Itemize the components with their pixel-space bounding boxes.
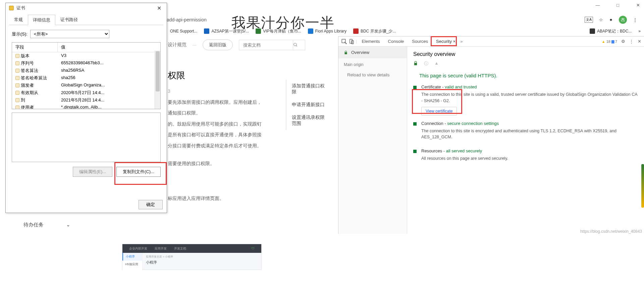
info-icon: ⓘ xyxy=(424,61,428,67)
show-label: 显示(S): xyxy=(12,31,28,37)
bookmark-item[interactable]: BDC 开发步骤_少... xyxy=(353,28,396,34)
field-row[interactable]: 有效期从2020年5月27日 14:4... xyxy=(12,89,160,96)
conn-desc: The connection to this site is encrypted… xyxy=(421,128,638,141)
toc-item[interactable]: 申请开通新接口 xyxy=(286,98,333,111)
security-overview-item[interactable]: Overview xyxy=(338,47,407,58)
bookmark-item[interactable]: ONE Support... xyxy=(170,29,197,33)
edit-properties-button: 编辑属性(E)... xyxy=(73,167,112,177)
window-maximize[interactable]: □ xyxy=(614,3,621,8)
secure-status: This page is secure (valid HTTPS). xyxy=(413,73,638,78)
extension-icon[interactable]: ✦ xyxy=(609,17,613,22)
field-row[interactable]: 到2021年5月28日 14:4... xyxy=(12,96,160,104)
certificate-icon xyxy=(9,6,14,10)
para: 分接口需要付费或满足特定条件后才可使用。 xyxy=(168,141,268,150)
tab-elements[interactable]: Elements xyxy=(358,37,383,46)
field-icon xyxy=(15,76,19,80)
scrollbar[interactable] xyxy=(155,51,160,109)
lock-icon xyxy=(344,50,348,55)
doc-search-input[interactable] xyxy=(239,40,293,50)
tab-more[interactable]: ··· xyxy=(193,42,197,48)
footer-url: https://blog.csdn.net/weixin_40843 xyxy=(580,229,642,234)
dialog-close-button[interactable]: ✕ xyxy=(155,5,163,11)
profile-avatar[interactable]: 杰 xyxy=(619,16,627,24)
address-path: add-api-permission xyxy=(167,17,207,22)
fields-table: 字段 值 版本V3序列号6552833980467bb3...签名算法sha25… xyxy=(12,42,161,109)
field-icon xyxy=(15,54,19,58)
para: 通知接口权限。 xyxy=(168,109,268,118)
toc: 添加普通接口权限 申请开通新接口 设置通讯录权限范围 xyxy=(286,80,333,130)
search-button[interactable] xyxy=(293,40,305,50)
window-minimize[interactable]: — xyxy=(594,3,601,8)
dialog-title: 证书 xyxy=(16,5,25,11)
tab-security[interactable]: Security × xyxy=(433,37,459,46)
watermark-text: 我果汁分你一半 xyxy=(231,13,335,32)
status-square-icon xyxy=(413,86,417,89)
annotation-box xyxy=(114,162,167,185)
star-icon[interactable]: ☆ xyxy=(599,17,603,22)
translate-icon[interactable]: 文A xyxy=(585,17,593,23)
kebab-icon[interactable]: ⋮ xyxy=(633,17,637,22)
devtools-panel: | Elements Console Sources Security × » … xyxy=(338,36,644,234)
status-square-icon xyxy=(413,150,417,153)
tab-spec[interactable]: 设计规范 xyxy=(168,42,186,48)
reload-item[interactable]: Reload to view details xyxy=(338,69,407,81)
field-row[interactable]: 版本V3 xyxy=(12,52,160,60)
field-icon xyxy=(15,91,19,95)
bookmarks-overflow-icon[interactable]: » xyxy=(638,29,641,33)
toc-item[interactable]: 添加普通接口权限 xyxy=(286,80,333,98)
svg-rect-3 xyxy=(350,39,353,43)
field-row[interactable]: 使用者*.dingtalk.com, Alib... xyxy=(12,104,160,109)
field-icon xyxy=(15,69,19,73)
col-value[interactable]: 值 xyxy=(58,43,160,52)
close-icon[interactable]: ✕ xyxy=(638,39,641,44)
warning-icon: ▲ xyxy=(434,61,439,67)
warnings-badge[interactable]: ▲18 ▆7 xyxy=(602,39,617,44)
tab-close-icon[interactable]: × xyxy=(453,39,456,44)
field-icon xyxy=(15,61,19,65)
svg-point-0 xyxy=(293,43,296,46)
back-old-button[interactable]: 返回旧版 xyxy=(203,40,233,50)
toc-item[interactable]: 设置通讯录权限范围 xyxy=(286,111,333,130)
res-desc: All resources on this page are served se… xyxy=(421,155,638,162)
annotation-box xyxy=(412,89,462,114)
device-icon[interactable] xyxy=(348,39,355,45)
lock-icon xyxy=(413,61,418,67)
para: 要先添加所需接口的调用权限。应用创建后， xyxy=(168,98,268,107)
field-icon xyxy=(15,83,19,87)
gear-icon[interactable]: ⚙ xyxy=(621,39,625,44)
tabs-overflow-icon[interactable]: » xyxy=(460,39,463,44)
bookmark-item[interactable]: ABAP笔记：BDC... xyxy=(590,28,632,34)
security-overview-title: Security overview xyxy=(413,51,638,57)
inspect-icon[interactable] xyxy=(341,39,347,45)
col-field[interactable]: 字段 xyxy=(12,43,58,52)
value-detail-box xyxy=(12,113,161,162)
field-icon xyxy=(15,98,19,102)
embedded-screenshot: 企业内部开发应用开发开发文档 🛡 小程序 H5微应用 应用开发主页 > 小程序 … xyxy=(122,244,262,270)
show-filter-select[interactable]: <所有> xyxy=(30,30,109,38)
page-sub: 3 xyxy=(168,87,268,96)
chevron-down-icon: ⌄ xyxy=(66,222,70,228)
tab-details[interactable]: 详细信息 xyxy=(28,15,55,25)
field-row[interactable]: 签名算法sha256RSA xyxy=(12,67,160,74)
page-heading: 权限 xyxy=(168,70,268,81)
window-close[interactable]: ✕ xyxy=(635,3,641,8)
para: 是所有接口都可以直接开通使用，具体参照接 xyxy=(168,130,268,139)
search-icon xyxy=(293,43,298,47)
sidebar-task[interactable]: 待办任务 ⌄ xyxy=(7,217,87,233)
tab-sources[interactable]: Sources xyxy=(409,37,431,46)
field-row[interactable]: 序列号6552833980467bb3... xyxy=(12,60,160,67)
para: 的。鼓励应用使用尽可能多的接口，实现跟钉 xyxy=(168,120,268,129)
ok-button[interactable]: 确定 xyxy=(139,200,163,209)
kebab-icon[interactable]: ⋮ xyxy=(629,39,634,44)
field-row[interactable]: 签名哈希算法sha256 xyxy=(12,74,160,82)
scrollbar-indicator xyxy=(641,164,644,208)
tab-path[interactable]: 证书路径 xyxy=(55,14,83,25)
field-icon xyxy=(15,105,19,109)
para: 标应用进入应用详情页面。 xyxy=(168,194,268,203)
tab-general[interactable]: 常规 xyxy=(9,14,28,25)
field-row[interactable]: 颁发者GlobalSign Organiza... xyxy=(12,82,160,89)
status-square-icon xyxy=(413,122,417,126)
tab-console[interactable]: Console xyxy=(385,37,408,46)
main-origin-header: Main origin xyxy=(338,58,407,69)
para: 需要使用的接口权限。 xyxy=(168,159,268,168)
